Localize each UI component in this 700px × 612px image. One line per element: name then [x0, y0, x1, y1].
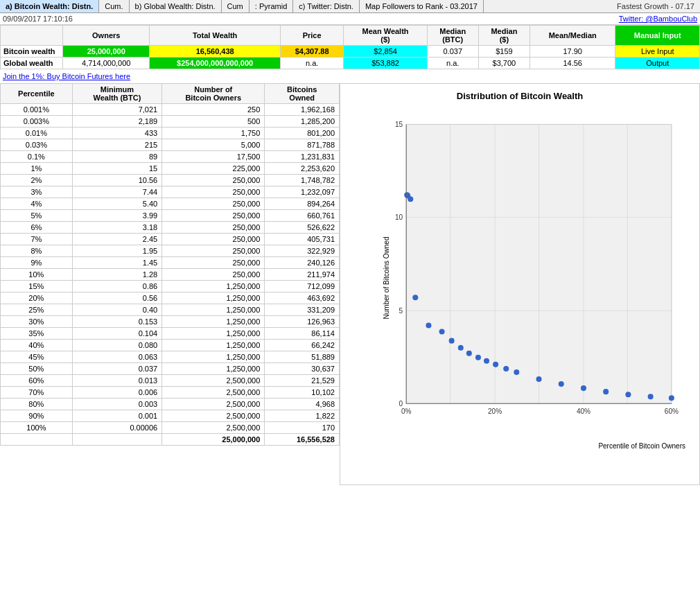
cell-num-owners: 1,250,000: [162, 292, 265, 304]
table-row: 20% 0.56 1,250,000 463,692: [1, 292, 340, 304]
svg-text:0: 0: [399, 400, 403, 408]
cell-btc-owned: 10,102: [265, 387, 340, 399]
cell-num-owners: 250,000: [162, 175, 265, 186]
svg-text:60%: 60%: [665, 408, 679, 415]
tab-pyramid[interactable]: : Pyramid: [250, 0, 293, 12]
tab-map[interactable]: Map Followers to Rank - 03.2017: [360, 0, 484, 12]
cell-btc-owned: 51,889: [265, 351, 340, 363]
content-area: Percentile MinimumWealth (BTC) Number of…: [0, 83, 700, 485]
cell-num-owners: 1,750: [162, 128, 265, 139]
table-row: 10% 1.28 250,000 211,974: [1, 269, 340, 281]
cell-num-owners: 250,000: [162, 186, 265, 198]
bitcoin-median-usd: $159: [478, 46, 530, 58]
table-row: 35% 0.104 1,250,000 86,114: [1, 328, 340, 340]
table-row: 0.1% 89 17,500 1,231,831: [1, 151, 340, 163]
cell-min-wealth: 1.95: [72, 245, 161, 257]
cell-percentile: 4%: [1, 198, 73, 210]
cell-percentile: 45%: [1, 351, 73, 363]
header-row: 09/09/2017 17:10:16 Twitter: @BambouClub: [0, 13, 700, 25]
cell-percentile: 35%: [1, 328, 73, 340]
cell-btc-owned: 1,231,831: [265, 151, 340, 163]
global-wealth-row: Global wealth 4,714,000,000 $254,000,000…: [1, 58, 700, 69]
cell-percentile: 70%: [1, 387, 73, 399]
cell-min-wealth: 0.006: [72, 387, 161, 399]
cell-min-wealth: 2,189: [72, 116, 161, 128]
twitter-link[interactable]: Twitter: @BambouClub: [619, 15, 697, 23]
cell-percentile: 100%: [1, 422, 73, 434]
chart-point-3: [408, 196, 413, 202]
chart-point-16: [559, 381, 564, 387]
tab-global-wealth[interactable]: b) Global Wealth: Distn.: [130, 0, 222, 12]
col-header-mean-wealth: Mean Wealth($): [344, 26, 427, 46]
cell-percentile: 20%: [1, 292, 73, 304]
bitcoin-wealth-row: Bitcoin wealth 25,000,000 16,560,438 $4,…: [1, 46, 700, 58]
bitcoin-mean-median: 17.90: [530, 46, 615, 58]
global-price: n.a.: [280, 58, 344, 69]
cell-percentile: 8%: [1, 245, 73, 257]
table-row: 0.03% 215 5,000 871,788: [1, 139, 340, 151]
tab-cum[interactable]: Cum.: [99, 0, 129, 12]
cell-min-wealth: 1.45: [72, 257, 161, 269]
cell-btc-owned: 712,099: [265, 281, 340, 292]
cell-num-owners: 250,000: [162, 198, 265, 210]
cell-btc-owned: 526,622: [265, 222, 340, 234]
cell-percentile: 0.003%: [1, 116, 73, 128]
table-row: 30% 0.153 1,250,000 126,963: [1, 316, 340, 328]
cell-num-owners: 17,500: [162, 151, 265, 163]
col-num-owners: Number ofBitcoin Owners: [162, 84, 265, 104]
fastest-growth-label: Fastest Growth - 07.17: [611, 0, 700, 12]
col-header-median-usd: Median($): [478, 26, 530, 46]
table-row: 6% 3.18 250,000 526,622: [1, 222, 340, 234]
cell-btc-owned: 240,126: [265, 257, 340, 269]
cell-btc-owned: 86,114: [265, 328, 340, 340]
cell-min-wealth: 0.080: [72, 340, 161, 351]
cell-percentile: 15%: [1, 281, 73, 292]
table-row: 45% 0.063 1,250,000 51,889: [1, 351, 340, 363]
svg-text:40%: 40%: [577, 408, 590, 415]
svg-text:20%: 20%: [488, 408, 502, 415]
cell-num-owners: 1,250,000: [162, 316, 265, 328]
svg-text:0%: 0%: [401, 408, 412, 415]
col-min-wealth: MinimumWealth (BTC): [72, 84, 161, 104]
cell-btc-owned: 801,200: [265, 128, 340, 139]
chart-point-8: [458, 345, 464, 351]
cell-num-owners: 250,000: [162, 257, 265, 269]
col-percentile: Percentile: [1, 84, 73, 104]
col-header-median-btc: Median(BTC): [427, 26, 478, 46]
distribution-table: Percentile MinimumWealth (BTC) Number of…: [0, 83, 340, 446]
cell-btc-owned: 2,253,620: [265, 163, 340, 175]
global-mean-median: 14.56: [530, 58, 615, 69]
cell-percentile: 30%: [1, 316, 73, 328]
cell-percentile: 1%: [1, 163, 73, 175]
bitcoin-median-btc: 0.037: [427, 46, 478, 58]
col-header-mean-median: Mean/Median: [530, 26, 615, 46]
cell-percentile: 6%: [1, 222, 73, 234]
footer-total-btc: 16,556,528: [265, 434, 340, 446]
cell-min-wealth: 0.153: [72, 316, 161, 328]
cell-percentile: 40%: [1, 340, 73, 351]
cell-num-owners: 2,500,000: [162, 410, 265, 422]
bitcoin-owners: 25,000,000: [63, 46, 150, 58]
bitcoin-wealth-label: Bitcoin wealth: [1, 46, 63, 58]
table-row: 60% 0.013 2,500,000 21,529: [1, 375, 340, 387]
bitcoin-mean-wealth: $2,854: [344, 46, 427, 58]
tab-cum2[interactable]: Cum: [222, 0, 250, 12]
cell-percentile: 90%: [1, 410, 73, 422]
table-row: 90% 0.001 2,500,000 1,822: [1, 410, 340, 422]
chart-point-10: [475, 355, 481, 360]
table-row: 0.003% 2,189 500 1,285,200: [1, 116, 340, 128]
timestamp: 09/09/2017 17:10:16: [3, 15, 73, 23]
cell-min-wealth: 15: [72, 163, 161, 175]
cell-btc-owned: 322,929: [265, 245, 340, 257]
table-row: 7% 2.45 250,000 405,731: [1, 234, 340, 245]
tab-bitcoin-wealth[interactable]: a) Bitcoin Wealth: Distn.: [0, 0, 99, 12]
cell-num-owners: 225,000: [162, 163, 265, 175]
global-wealth-label: Global wealth: [1, 58, 63, 69]
cell-btc-owned: 894,264: [265, 198, 340, 210]
table-row: 40% 0.080 1,250,000 66,242: [1, 340, 340, 351]
tab-twitter[interactable]: c) Twitter: Distn.: [293, 0, 360, 12]
global-mean-wealth: $53,882: [344, 58, 427, 69]
cell-num-owners: 250: [162, 104, 265, 116]
footer-empty1: [1, 434, 73, 446]
buy-link[interactable]: Join the 1%: Buy Bitcoin Futures here: [3, 72, 130, 80]
